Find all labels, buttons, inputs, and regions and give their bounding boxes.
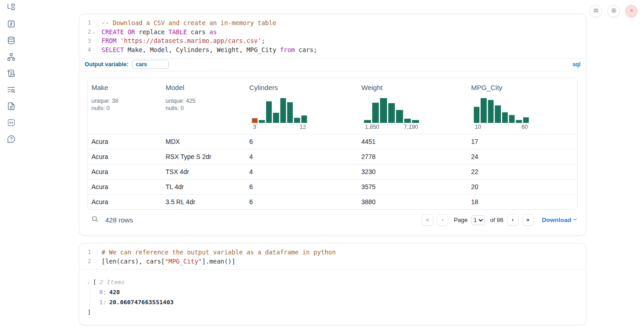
help-circle-icon: [7, 135, 16, 145]
axis-max-label: 12: [300, 124, 306, 130]
column-header-make[interactable]: Makeunique: 38nulls: 0: [88, 78, 162, 134]
table-row[interactable]: AcuraRSX Type S 2dr4277824: [88, 149, 577, 164]
token-kw: CREATE: [102, 28, 124, 36]
close-icon: [628, 7, 635, 16]
axis-min-label: 3: [253, 124, 256, 130]
table-body: AcuraMDX6445117AcuraRSX Type S 2dr427782…: [88, 134, 577, 209]
scratchpad-button[interactable]: [0, 66, 22, 82]
scroll-icon: [7, 69, 16, 79]
file-tree-icon: [7, 3, 16, 14]
histogram-weight[interactable]: [364, 97, 419, 123]
histogram-bar: [372, 102, 380, 123]
token-kw: as: [209, 28, 217, 36]
shutdown-button[interactable]: [625, 5, 638, 17]
table-cell: 6: [246, 183, 358, 190]
tree-entry[interactable]: 0:428: [99, 287, 579, 297]
table-cell: RSX Type S 2dr: [162, 153, 246, 160]
token-plain: [len(cars), cars[: [102, 258, 165, 265]
table-cell: Acura: [88, 168, 162, 175]
tree-collapse-icon[interactable]: ⌄: [87, 280, 93, 284]
help-button[interactable]: [0, 132, 22, 148]
table-cell: Acura: [88, 153, 162, 160]
settings-button[interactable]: [607, 5, 620, 17]
table-cell: TL 4dr: [162, 183, 246, 190]
datasources-button[interactable]: [0, 33, 22, 49]
logs-button[interactable]: [0, 82, 22, 99]
code-line[interactable]: 1# We can reference the output variable …: [79, 248, 586, 257]
data-table: Makeunique: 38nulls: 0Modelunique: 425nu…: [87, 78, 578, 210]
histogram-mpg_city[interactable]: [473, 97, 529, 123]
python-output: ⌄ [ 2 Items 0:4281:20.060747663551403 ]: [79, 270, 586, 317]
tree-entry-key: 1:: [99, 299, 107, 306]
table-cell: 20: [467, 183, 577, 190]
database-icon: [7, 36, 16, 47]
prev-page-button[interactable]: ‹: [437, 214, 448, 226]
first-page-button[interactable]: «: [422, 214, 433, 226]
last-page-button[interactable]: »: [522, 214, 534, 226]
histogram-cylinders[interactable]: [252, 97, 307, 123]
sql-code-editor[interactable]: 1-- Download a CSV and create an in-memo…: [79, 14, 586, 58]
notebook-menu-button[interactable]: [590, 5, 602, 17]
tree-items-count: 2 Items: [100, 279, 125, 285]
documentation-button[interactable]: [0, 99, 22, 115]
column-header-cylinders[interactable]: Cylinders312: [246, 78, 358, 134]
output-variable-row: Output variable: sql: [79, 58, 586, 71]
page-label: Page: [454, 217, 467, 223]
table-row[interactable]: AcuraTSX 4dr4323022: [88, 164, 577, 179]
code-text: FROM 'https://datasets.marimo.app/cars.c…: [97, 37, 265, 44]
column-header-mpg_city[interactable]: MPG_City1060: [467, 78, 577, 134]
code-line[interactable]: 1-- Download a CSV and create an in-memo…: [79, 18, 586, 27]
column-header-weight[interactable]: Weight1,8507,190: [358, 78, 467, 134]
spacer: [471, 91, 577, 97]
code-line[interactable]: 3FROM 'https://datasets.marimo.app/cars.…: [79, 36, 586, 45]
token-kw: from: [280, 46, 295, 53]
dependency-graph-button[interactable]: [0, 49, 22, 66]
code-line[interactable]: 2⌄CREATE OR replace TABLE cars as: [79, 27, 586, 37]
column-header-model[interactable]: Modelunique: 425nulls: 0: [162, 78, 246, 134]
sql-cell: 1-- Download a CSV and create an in-memo…: [79, 14, 586, 236]
table-footer: 428 rows « ‹ Page 1 of 86 › » Download: [79, 210, 586, 231]
token-kw: OR: [128, 28, 135, 36]
output-variable-input[interactable]: [132, 60, 169, 69]
fold-chevron-icon[interactable]: ⌄: [91, 30, 97, 34]
axis-max-label: 60: [521, 124, 528, 130]
histogram-bar: [388, 103, 396, 123]
next-page-button[interactable]: ›: [507, 214, 519, 226]
page-total-label: of 86: [490, 217, 504, 223]
histogram-bar: [396, 110, 403, 123]
token-kw: SELECT: [102, 46, 124, 53]
histogram-bar: [287, 102, 293, 123]
function-square-icon: [7, 20, 16, 30]
tree-entries: 0:4281:20.060747663551403: [90, 287, 579, 307]
gear-icon: [611, 7, 617, 16]
histogram-bar: [494, 105, 501, 123]
python-code-editor[interactable]: 1# We can reference the output variable …: [79, 243, 586, 269]
search-icon[interactable]: [91, 215, 99, 225]
code-line[interactable]: 2[len(cars), cars["MPG_City"].mean()]: [79, 257, 586, 266]
file-explorer-button[interactable]: [0, 0, 22, 16]
histogram-bar: [280, 98, 286, 123]
topbar: [590, 5, 638, 17]
pagination: « ‹ Page 1 of 86 › » Download: [422, 214, 578, 226]
row-count: 428 rows: [105, 216, 133, 224]
table-row[interactable]: AcuraMDX6445117: [88, 134, 577, 149]
column-title: Make: [91, 84, 162, 91]
table-cell: 3230: [358, 168, 467, 175]
line-number: 1: [79, 19, 91, 26]
download-button[interactable]: Download: [542, 217, 578, 223]
variables-button[interactable]: [0, 16, 22, 33]
histogram-bar: [480, 98, 487, 123]
code-line[interactable]: 4SELECT Make, Model, Cylinders, Weight, …: [79, 45, 586, 54]
table-cell: 18: [467, 198, 577, 206]
histogram-bar: [523, 117, 529, 123]
table-cell: 3575: [358, 183, 467, 190]
language-badge[interactable]: sql: [573, 61, 580, 68]
table-row[interactable]: Acura3.5 RL 4dr6388018: [88, 194, 577, 209]
tree-entry[interactable]: 1:20.060747663551403: [99, 297, 579, 307]
page-select[interactable]: 1: [472, 215, 485, 225]
histogram-bar: [294, 117, 300, 123]
table-cell: 4: [246, 153, 358, 160]
table-row[interactable]: AcuraTL 4dr6357520: [88, 179, 577, 194]
snippets-button[interactable]: [0, 115, 22, 132]
histogram-axis-labels: 1060: [473, 123, 529, 130]
